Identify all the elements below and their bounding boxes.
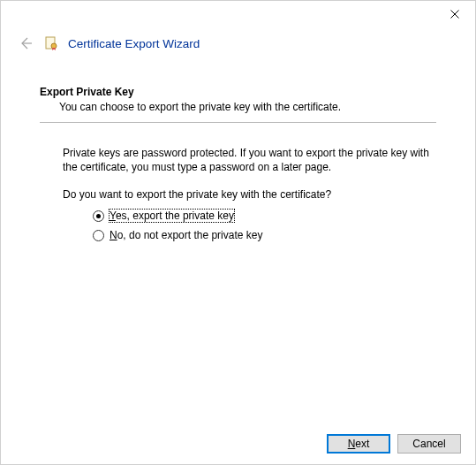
wizard-header: Certificate Export Wizard [1, 27, 475, 57]
close-icon [450, 10, 459, 19]
radio-icon-unselected [93, 230, 104, 241]
prompt-text: Do you want to export the private key wi… [63, 188, 436, 201]
back-button[interactable] [17, 34, 34, 52]
divider [40, 122, 436, 123]
export-key-radio-group: Yes, export the private key No, do not e… [93, 210, 436, 241]
radio-icon-selected [93, 210, 104, 222]
certificate-icon [43, 35, 59, 51]
radio-label-yes: Yes, export the private key [110, 210, 234, 222]
titlebar [1, 1, 475, 27]
content-area: Export Private Key You can choose to exp… [1, 57, 475, 241]
wizard-title: Certificate Export Wizard [68, 37, 200, 50]
next-button[interactable]: Next [327, 434, 390, 454]
page-subheading: You can choose to export the private key… [40, 101, 436, 113]
close-button[interactable] [434, 1, 475, 27]
radio-option-yes[interactable]: Yes, export the private key [93, 210, 436, 222]
radio-option-no[interactable]: No, do not export the private key [93, 229, 436, 241]
radio-label-no: No, do not export the private key [110, 229, 262, 241]
body-text: Private keys are password protected. If … [63, 146, 434, 174]
cancel-button[interactable]: Cancel [397, 434, 461, 454]
back-arrow-icon [19, 36, 33, 50]
page-heading: Export Private Key [40, 86, 436, 98]
footer: Next Cancel [1, 423, 475, 464]
